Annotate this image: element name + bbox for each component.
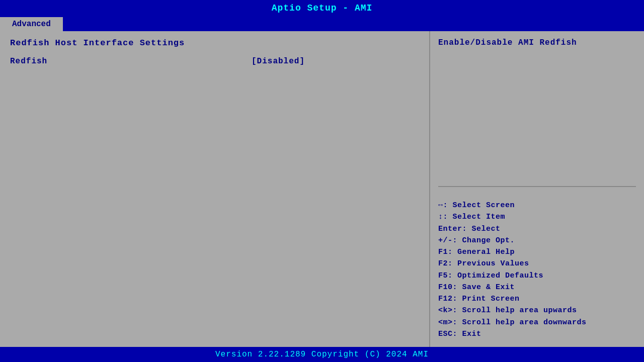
tab-advanced[interactable]: Advanced [0, 17, 63, 31]
key-hint: +/-: Change Opt. [438, 235, 636, 246]
key-hint: F10: Save & Exit [438, 282, 636, 293]
setting-row-redfish[interactable]: Redfish [Disabled] [10, 57, 419, 66]
key-hint: <k>: Scroll help area upwards [438, 305, 636, 316]
key-hint: <m>: Scroll help area downwards [438, 317, 636, 328]
section-title: Redfish Host Interface Settings [10, 38, 419, 48]
key-hint: Enter: Select [438, 223, 636, 235]
title-text: Aptio Setup - AMI [272, 3, 373, 13]
right-panel: Enable/Disable AMI Redfish ↔: Select Scr… [430, 31, 644, 347]
setting-value-redfish: [Disabled] [252, 57, 305, 66]
key-hint: ↔: Select Screen [438, 200, 636, 211]
key-hints: ↔: Select Screen↕: Select ItemEnter: Sel… [438, 192, 636, 340]
help-divider [438, 186, 636, 187]
app: Aptio Setup - AMI Advanced Redfish Host … [0, 0, 644, 362]
key-hint: F5: Optimized Defaults [438, 270, 636, 282]
help-area: Enable/Disable AMI Redfish ↔: Select Scr… [438, 38, 636, 340]
help-text: Enable/Disable AMI Redfish [438, 38, 636, 47]
nav-bar: Advanced [0, 15, 644, 31]
key-hint: F2: Previous Values [438, 258, 636, 269]
key-hint: F1: General Help [438, 246, 636, 258]
bottom-bar: Version 2.22.1289 Copyright (C) 2024 AMI [0, 347, 644, 362]
key-hint: F12: Print Screen [438, 293, 636, 305]
title-bar: Aptio Setup - AMI [0, 0, 644, 15]
key-hint: ESC: Exit [438, 328, 636, 340]
left-panel: Redfish Host Interface Settings Redfish … [0, 31, 430, 347]
key-hint: ↕: Select Item [438, 211, 636, 223]
setting-label-redfish: Redfish [10, 57, 252, 66]
version-text: Version 2.22.1289 Copyright (C) 2024 AMI [215, 350, 429, 359]
main-content: Redfish Host Interface Settings Redfish … [0, 31, 644, 347]
help-description: Enable/Disable AMI Redfish [438, 38, 636, 186]
